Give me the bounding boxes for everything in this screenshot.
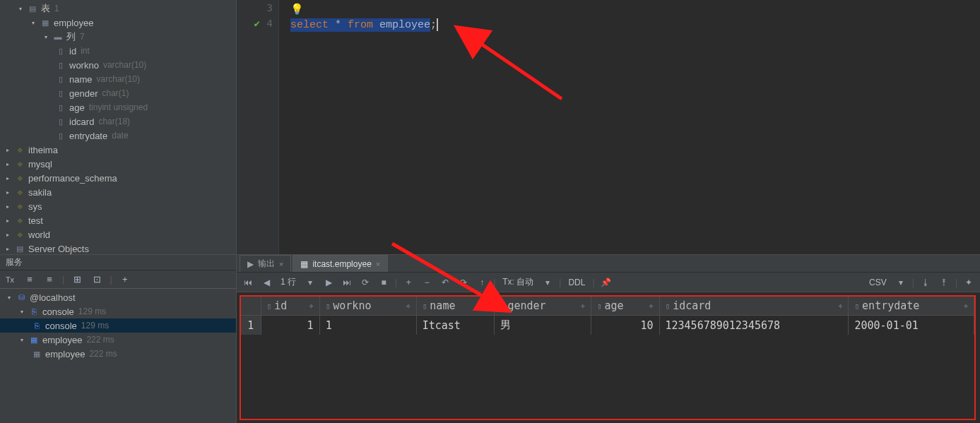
service-node-console-group[interactable]: ▾ ⎘ console 129 ms [0, 304, 236, 318]
stop-icon[interactable]: ■ [377, 275, 391, 290]
column-name: entrydate [69, 131, 107, 141]
chevron-right-icon: ▸ [4, 245, 11, 252]
pin-icon[interactable]: 📌 [599, 275, 613, 290]
cell[interactable]: Itcast [416, 316, 494, 335]
commit-icon[interactable]: ↑ [475, 275, 489, 290]
dropdown-icon[interactable]: ▾ [541, 275, 555, 290]
column-name: idcard [69, 117, 94, 127]
undo-icon[interactable]: ↶ [438, 275, 452, 290]
tree-node-columns[interactable]: ▾ ▬ 列 7 [0, 30, 236, 44]
column-name: workno [69, 60, 99, 71]
service-node-employee-item[interactable]: ▦ employee 222 ms [0, 347, 236, 361]
grid-icon[interactable]: ⊞ [70, 273, 84, 287]
tree-node-column[interactable]: ▯ entrydate date [0, 129, 236, 143]
tree-node-schema[interactable]: ▸ ⎆ mysql [0, 157, 236, 171]
database-tree-panel: ▾ ▤ 表 1 ▾ ▦ employee ▾ ▬ 列 7 ▯ [0, 0, 237, 254]
service-label: console [42, 306, 74, 317]
ddl-button[interactable]: DDL [565, 278, 588, 287]
tree-node-schema[interactable]: ▸ ⎆ performance_schema [0, 171, 236, 185]
chevron-right-icon: ▸ [4, 160, 11, 167]
tree-node-schema[interactable]: ▸ ⎆ itheima [0, 143, 236, 157]
add-row-icon[interactable]: + [401, 275, 415, 290]
tree-node-schema[interactable]: ▸ ⎆ sakila [0, 185, 236, 199]
lightbulb-icon[interactable]: 💡 [290, 3, 304, 16]
redo-icon[interactable]: ↷ [456, 275, 471, 290]
table-icon: ▦ [31, 349, 42, 359]
chevron-down-icon: ▾ [42, 33, 49, 40]
tree-node-column[interactable]: ▯ name varchar(10) [0, 72, 236, 86]
column-type: date [112, 131, 128, 141]
delete-row-icon[interactable]: − [420, 275, 434, 290]
tree-node-tables[interactable]: ▾ ▤ 表 1 [0, 1, 236, 16]
column-header[interactable]: ▯gender÷ [494, 297, 591, 316]
column-icon: ▯ [423, 302, 427, 311]
tab-dataset[interactable]: ▦ itcast.employee × [293, 255, 388, 272]
tab-output[interactable]: ▶ 输出 × [240, 255, 291, 272]
cell[interactable]: 2000-01-01 [849, 316, 974, 335]
tree-node-column[interactable]: ▯ idcard char(18) [0, 114, 236, 129]
code-area[interactable]: 💡 select * from employee; [279, 0, 980, 254]
table-header-row: ▯id÷ ▯workno÷ ▯name÷ ▯gender÷ ▯age÷ ▯idc… [241, 297, 974, 316]
column-type: tinyint unsigned [89, 102, 148, 112]
tx-mode[interactable]: Tx: 自动 [500, 276, 536, 288]
schema-name: itheima [28, 145, 58, 155]
column-header[interactable]: ▯idcard÷ [659, 297, 849, 316]
dropdown-icon[interactable]: ▾ [894, 275, 908, 290]
first-page-icon[interactable]: ⏮ [241, 275, 255, 290]
tree-node-server-objects[interactable]: ▸ ▤ Server Objects [0, 242, 236, 254]
tx-icon[interactable]: Tx [3, 273, 17, 287]
column-header[interactable]: ▯age÷ [591, 297, 659, 316]
table-icon: ▦ [40, 18, 51, 28]
pane-icon[interactable]: ⊡ [90, 273, 104, 287]
tree-node-column[interactable]: ▯ id int [0, 44, 236, 58]
editor-gutter: 3 ✔ 4 [237, 0, 279, 254]
tree-node-schema[interactable]: ▸ ⎆ test [0, 213, 236, 227]
sql-editor: 3 ✔ 4 💡 select * from employee; [237, 0, 980, 254]
schema-name: mysql [28, 159, 52, 169]
tree-node-column[interactable]: ▯ age tinyint unsigned [0, 100, 236, 114]
settings-icon[interactable]: ✦ [962, 275, 976, 290]
schema-name: performance_schema [28, 173, 117, 184]
next-page-icon[interactable]: ▶ [321, 275, 336, 290]
close-icon[interactable]: × [376, 260, 380, 268]
last-page-icon[interactable]: ⏭ [340, 275, 354, 290]
filter-icon[interactable]: ≡ [23, 273, 37, 287]
column-name: id [69, 46, 76, 56]
refresh-icon[interactable]: ⟳ [358, 275, 372, 290]
upload-icon[interactable]: ⭱ [937, 275, 951, 290]
tree-node-schema[interactable]: ▸ ⎆ world [0, 227, 236, 242]
tree-node-schema[interactable]: ▸ ⎆ sys [0, 199, 236, 213]
column-header[interactable]: ▯name÷ [416, 297, 494, 316]
close-icon[interactable]: × [279, 260, 283, 268]
column-type: varchar(10) [103, 60, 146, 70]
service-node-employee-group[interactable]: ▾ ▦ employee 222 ms [0, 333, 236, 347]
tree-node-column[interactable]: ▯ workno varchar(10) [0, 58, 236, 72]
run-success-icon[interactable]: ✔ [254, 18, 260, 29]
download-icon[interactable]: ⭳ [919, 275, 933, 290]
cell[interactable]: 1 [319, 316, 416, 335]
column-name: name [69, 74, 93, 85]
rownum-header [241, 297, 261, 316]
column-name: gender [69, 88, 98, 99]
column-icon: ▯ [854, 302, 859, 311]
tree-node-employee[interactable]: ▾ ▦ employee [0, 16, 236, 30]
dropdown-icon[interactable]: ▾ [303, 275, 317, 290]
column-header[interactable]: ▯workno÷ [319, 297, 416, 316]
add-icon[interactable]: + [118, 273, 132, 287]
cell[interactable]: 男 [494, 316, 591, 335]
export-csv[interactable]: CSV [866, 278, 890, 287]
schema-name: world [28, 230, 50, 240]
column-icon: ▯ [55, 74, 66, 84]
cell[interactable]: 123456789012345678 [659, 316, 849, 335]
column-header[interactable]: ▯id÷ [261, 297, 319, 316]
table-row[interactable]: 1 1 1 Itcast 男 10 123456789012345678 200… [241, 316, 974, 335]
service-node-host[interactable]: ▾ ⛁ @localhost [0, 290, 236, 304]
cell[interactable]: 10 [591, 316, 659, 335]
service-node-console-item[interactable]: ⎘ console 129 ms [0, 318, 236, 333]
cell[interactable]: 1 [261, 316, 319, 335]
tree-node-column[interactable]: ▯ gender char(1) [0, 86, 236, 100]
column-header[interactable]: ▯entrydate÷ [849, 297, 974, 316]
filter-icon[interactable]: ≡ [42, 273, 57, 287]
prev-page-icon[interactable]: ◀ [259, 275, 273, 290]
column-type: int [81, 46, 90, 56]
